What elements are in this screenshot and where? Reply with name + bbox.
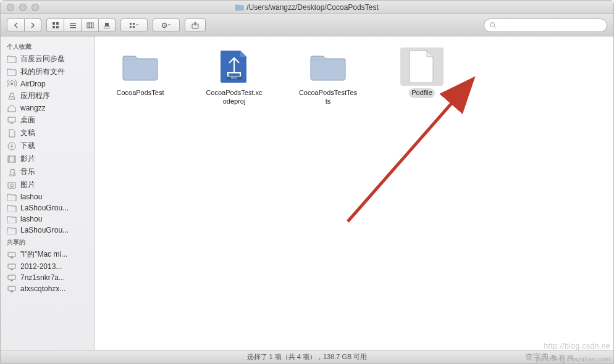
- pictures-icon: [7, 181, 17, 189]
- svg-rect-30: [8, 183, 15, 188]
- sidebar-item-label: 图片: [20, 180, 35, 190]
- statusbar: 选择了 1 项（共 4 项），138.7 GB 可用: [1, 350, 613, 363]
- movies-icon: [7, 155, 17, 163]
- column-view-button[interactable]: [81, 19, 98, 32]
- sidebar-item[interactable]: 百度云同步盘: [1, 52, 94, 65]
- sidebar-item-label: lashou: [20, 192, 42, 201]
- sidebar-item-label: lashou: [20, 215, 42, 223]
- sidebar-item-label: atxscqtohzx...: [20, 284, 65, 293]
- sidebar-item[interactable]: 文稿: [1, 126, 94, 139]
- close-button[interactable]: [7, 4, 14, 11]
- svg-rect-15: [133, 23, 135, 25]
- folder-icon: [7, 215, 17, 223]
- search-input[interactable]: [499, 22, 602, 29]
- search-field[interactable]: [484, 19, 607, 32]
- svg-rect-39: [11, 291, 13, 292]
- computer-icon: [7, 273, 17, 282]
- svg-rect-33: [11, 257, 13, 259]
- sidebar-item[interactable]: 应用程序: [1, 89, 94, 102]
- folder-icon: [7, 68, 17, 77]
- watermark-url: http://blog.csdn.ne: [544, 342, 610, 350]
- title-path-text: /Users/wangzz/Desktop/CocoaPodsTest: [246, 3, 378, 12]
- sidebar-item-label: LaShouGrou...: [20, 204, 69, 212]
- svg-rect-16: [133, 26, 135, 28]
- window-title: /Users/wangzz/Desktop/CocoaPodsTest: [1, 3, 613, 12]
- svg-rect-2: [53, 26, 55, 28]
- file-item[interactable]: PROJCocoaPodsTest.xcodeproj: [202, 48, 266, 107]
- sidebar-item[interactable]: LaShouGrou...: [1, 202, 94, 213]
- zoom-button[interactable]: [32, 4, 39, 11]
- svg-rect-1: [56, 22, 59, 25]
- sidebar-item-label: 文稿: [20, 128, 35, 138]
- svg-rect-35: [11, 269, 13, 270]
- content-area[interactable]: CocoaPodsTestPROJCocoaPodsTest.xcodeproj…: [95, 36, 613, 350]
- sidebar-item-label: LaShouGrou...: [20, 226, 69, 234]
- file-label: CocoaPodsTestTests: [296, 88, 360, 107]
- svg-rect-34: [8, 264, 15, 268]
- file-item[interactable]: CocoaPodsTestTests: [296, 48, 360, 107]
- desktop-icon: [7, 116, 17, 125]
- computer-icon: [7, 284, 17, 293]
- sidebar-item[interactable]: 影片: [1, 152, 94, 165]
- sidebar-item-label: 百度云同步盘: [20, 54, 65, 64]
- nav-buttons: [7, 19, 41, 32]
- svg-rect-13: [130, 23, 132, 25]
- sidebar-item[interactable]: 下载: [1, 139, 94, 152]
- sidebar-item-label: 下载: [20, 141, 35, 151]
- sidebar-item[interactable]: wangzz: [1, 102, 94, 114]
- folder-icon: [7, 55, 17, 64]
- sidebar-item[interactable]: 我的所有文件: [1, 65, 94, 78]
- sidebar-item-label: 应用程序: [20, 91, 50, 101]
- back-button[interactable]: [7, 19, 24, 32]
- view-mode-buttons: [46, 19, 116, 32]
- svg-rect-10: [105, 23, 109, 26]
- sidebar-item[interactable]: 桌面: [1, 114, 94, 126]
- coverflow-view-button[interactable]: [98, 19, 116, 32]
- titlebar: /Users/wangzz/Desktop/CocoaPodsTest: [1, 1, 613, 14]
- toolbar: [1, 14, 613, 36]
- sidebar-item[interactable]: 7nz1snkr7a...: [1, 272, 94, 283]
- sidebar-item-label: 我的所有文件: [20, 67, 65, 77]
- folder-icon: [308, 49, 348, 84]
- folder-icon: [235, 4, 244, 10]
- list-view-button[interactable]: [64, 19, 81, 32]
- svg-rect-6: [70, 27, 76, 28]
- share-button[interactable]: [185, 19, 206, 32]
- forward-button[interactable]: [24, 19, 41, 32]
- file-item[interactable]: CocoaPodsTest: [108, 48, 172, 98]
- action-button[interactable]: [153, 19, 180, 32]
- svg-line-21: [494, 27, 496, 28]
- status-text: 选择了 1 项（共 4 项），138.7 GB 可用: [247, 352, 368, 362]
- sidebar-item[interactable]: 图片: [1, 178, 94, 191]
- svg-rect-3: [56, 26, 59, 28]
- sidebar-item[interactable]: 音乐: [1, 165, 94, 178]
- svg-point-31: [11, 184, 14, 187]
- window-controls: [1, 4, 39, 11]
- sidebar-item[interactable]: 2012-2013...: [1, 261, 94, 272]
- sidebar-item[interactable]: lashou: [1, 213, 94, 225]
- watermark-domain: jiaocheng.chazidian.com: [536, 355, 610, 363]
- sidebar-item[interactable]: LaShouGrou...: [1, 225, 94, 236]
- svg-rect-32: [8, 252, 15, 257]
- svg-rect-5: [70, 25, 76, 26]
- documents-icon: [7, 129, 17, 138]
- airdrop-icon: [7, 80, 17, 88]
- downloads-icon: [7, 142, 17, 151]
- sidebar-item-label: 桌面: [20, 115, 35, 125]
- sidebar-item-label: 影片: [20, 154, 35, 164]
- sidebar-item[interactable]: AirDrop: [1, 78, 94, 89]
- apps-icon: [7, 92, 17, 101]
- file-label: CocoaPodsTest.xcodeproj: [202, 88, 266, 107]
- minimize-button[interactable]: [19, 4, 27, 11]
- svg-point-20: [490, 22, 495, 27]
- sidebar-item[interactable]: atxscqtohzx...: [1, 283, 94, 294]
- sidebar-item-label: 2012-2013...: [20, 262, 62, 271]
- sidebar-item-label: "l"的"Mac mi...: [20, 249, 67, 260]
- sidebar-item-label: wangzz: [20, 104, 46, 112]
- sidebar-item[interactable]: "l"的"Mac mi...: [1, 248, 94, 261]
- svg-rect-14: [130, 26, 132, 28]
- sidebar-item[interactable]: lashou: [1, 191, 94, 202]
- file-item[interactable]: Podfile: [390, 48, 454, 98]
- arrange-button[interactable]: [120, 19, 148, 32]
- icon-view-button[interactable]: [46, 19, 64, 32]
